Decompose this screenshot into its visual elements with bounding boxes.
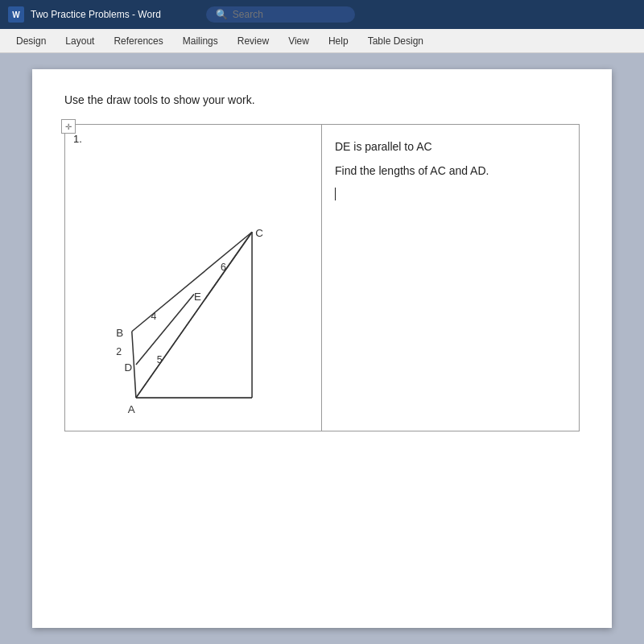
svg-line-2	[132, 232, 252, 332]
diagram-cell: 1.	[65, 125, 322, 431]
find-lengths: Find the lengths of AC and AD.	[335, 162, 566, 180]
svg-text:4: 4	[151, 311, 156, 322]
text-cursor	[335, 188, 336, 200]
svg-text:5: 5	[157, 354, 163, 365]
tab-view[interactable]: View	[279, 29, 319, 52]
app-title: Two Practice Problems - Word	[31, 9, 161, 20]
tab-table-design[interactable]: Table Design	[358, 29, 433, 52]
instruction-text: Use the draw tools to show your work.	[64, 93, 580, 106]
svg-text:E: E	[194, 291, 201, 303]
page: Use the draw tools to show your work. ✛ …	[32, 69, 612, 628]
tab-references[interactable]: References	[104, 29, 172, 52]
tab-mailings[interactable]: Mailings	[173, 29, 228, 52]
svg-text:2: 2	[116, 346, 122, 357]
tab-help[interactable]: Help	[319, 29, 358, 52]
svg-text:C: C	[255, 227, 263, 239]
search-input[interactable]	[233, 9, 345, 20]
title-bar: W Two Practice Problems - Word 🔍	[0, 0, 644, 29]
search-icon: 🔍	[216, 9, 228, 20]
problem-table: 1.	[64, 124, 580, 431]
parallel-statement: DE is parallel to AC	[335, 138, 566, 155]
problem-text-cell: DE is parallel to AC Find the lengths of…	[322, 125, 579, 431]
tab-review[interactable]: Review	[228, 29, 279, 52]
tab-design[interactable]: Design	[6, 29, 56, 52]
svg-text:6: 6	[221, 262, 226, 273]
svg-text:B: B	[116, 327, 123, 339]
geometry-diagram: A B C D E 2 4	[73, 141, 315, 423]
title-bar-left: W Two Practice Problems - Word	[8, 6, 161, 23]
document-area: Use the draw tools to show your work. ✛ …	[0, 53, 644, 644]
svg-text:A: A	[128, 403, 135, 415]
svg-text:D: D	[125, 361, 133, 374]
tab-layout[interactable]: Layout	[56, 29, 104, 52]
search-bar[interactable]: 🔍	[206, 6, 355, 23]
word-icon: W	[8, 6, 24, 23]
ribbon-tabs: Design Layout References Mailings Review…	[0, 29, 644, 53]
svg-line-6	[132, 332, 136, 398]
